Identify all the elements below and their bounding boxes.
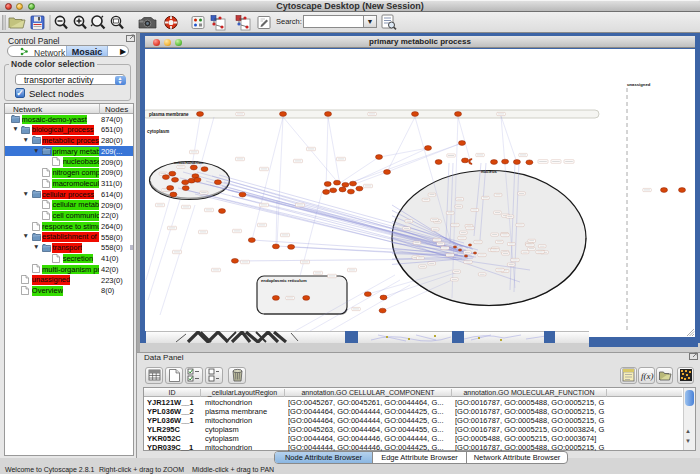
svg-text:unassigned: unassigned bbox=[627, 82, 651, 87]
svg-text:mitochondrion: mitochondrion bbox=[174, 160, 204, 165]
svg-text:plasma membrane: plasma membrane bbox=[149, 112, 189, 117]
svg-text:nucleus: nucleus bbox=[481, 169, 497, 174]
svg-text:cytoplasm: cytoplasm bbox=[147, 129, 169, 134]
svg-text:endoplasmic reticulum: endoplasmic reticulum bbox=[261, 278, 307, 283]
svg-text:f(x): f(x) bbox=[641, 371, 654, 381]
